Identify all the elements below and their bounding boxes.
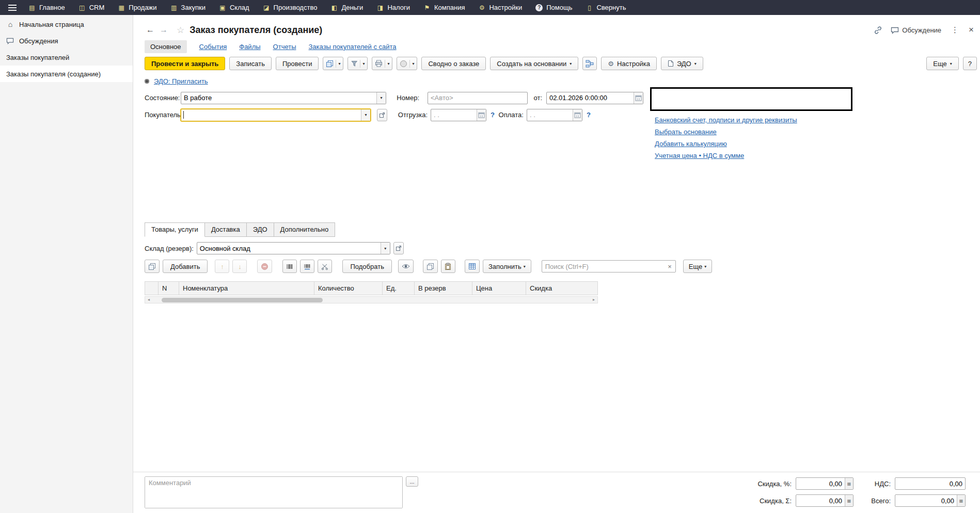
tab-main[interactable]: Основное bbox=[145, 40, 187, 53]
warehouse-input[interactable] bbox=[197, 245, 381, 252]
menu-item-company[interactable]: ⚑Компания bbox=[417, 0, 472, 15]
state-combobox[interactable]: ▾ bbox=[181, 92, 386, 104]
tab-edo[interactable]: ЭДО bbox=[246, 222, 274, 237]
discount-percent-input[interactable] bbox=[796, 480, 845, 488]
copy-link-icon[interactable] bbox=[874, 26, 882, 35]
write-button[interactable]: Записать bbox=[229, 57, 272, 70]
number-input[interactable] bbox=[428, 94, 527, 102]
copy-paste-split-button[interactable]: ▾ bbox=[323, 57, 343, 70]
clear-search-icon[interactable]: × bbox=[664, 263, 675, 270]
barcode-input-button[interactable] bbox=[300, 260, 314, 273]
show-hidden-button[interactable] bbox=[398, 260, 414, 273]
more-button[interactable]: Еще ▾ bbox=[926, 57, 958, 70]
edo-button[interactable]: ЭДО ▾ bbox=[661, 57, 703, 70]
date-input[interactable] bbox=[547, 94, 634, 102]
column-reserve[interactable]: В резерв bbox=[415, 282, 472, 295]
discount-percent-field[interactable]: ▦ bbox=[796, 477, 853, 490]
menu-item-main[interactable]: ▤Главное bbox=[22, 0, 72, 15]
menu-item-sales[interactable]: ▦Продажи bbox=[111, 0, 163, 15]
column-discount[interactable]: Скидка bbox=[526, 282, 598, 295]
discussion-button[interactable]: Обсуждение bbox=[891, 26, 941, 34]
buyer-combobox[interactable]: ▾ bbox=[181, 109, 371, 121]
payment-date-field[interactable] bbox=[527, 109, 582, 121]
menu-item-production[interactable]: ◪Производство bbox=[256, 0, 324, 15]
settings-button[interactable]: ⚙ Настройка bbox=[601, 57, 657, 70]
scrollbar-track[interactable] bbox=[152, 297, 590, 303]
table-more-button[interactable]: Еще ▾ bbox=[683, 260, 712, 273]
discount-sum-calc-button[interactable]: ▦ bbox=[845, 495, 853, 506]
menu-item-money[interactable]: ◧Деньги bbox=[324, 0, 370, 15]
paste-rows-button[interactable] bbox=[441, 260, 455, 273]
menu-item-settings[interactable]: ⚙Настройки bbox=[471, 0, 529, 15]
column-quantity[interactable]: Количество bbox=[314, 282, 383, 295]
payment-help-link[interactable]: ? bbox=[587, 111, 591, 119]
column-select[interactable] bbox=[145, 282, 159, 295]
order-summary-button[interactable]: Сводно о заказе bbox=[421, 57, 486, 70]
related-documents-button[interactable] bbox=[582, 57, 597, 70]
total-field[interactable]: ▦ bbox=[895, 494, 966, 507]
date-calendar-button[interactable] bbox=[634, 92, 643, 104]
number-field[interactable] bbox=[428, 92, 528, 104]
hamburger-icon[interactable] bbox=[3, 0, 22, 15]
shipment-help-link[interactable]: ? bbox=[491, 111, 495, 119]
menu-item-collapse[interactable]: ▯Свернуть bbox=[579, 0, 633, 15]
comment-expand-button[interactable]: ... bbox=[406, 476, 418, 487]
menu-item-help[interactable]: ?Помощь bbox=[529, 0, 579, 15]
sidebar-item-home[interactable]: ⌂ Начальная страница bbox=[0, 16, 133, 33]
payment-date-input[interactable] bbox=[527, 111, 573, 119]
vat-field[interactable] bbox=[895, 477, 966, 490]
choose-basis-link[interactable]: Выбрать основание bbox=[655, 128, 717, 136]
column-nomenclature[interactable]: Номенклатура bbox=[179, 282, 314, 295]
menu-item-crm[interactable]: ◫CRM bbox=[72, 0, 112, 15]
favorite-star-icon[interactable]: ☆ bbox=[177, 25, 184, 36]
warehouse-dropdown-button[interactable]: ▾ bbox=[381, 243, 390, 254]
column-unit[interactable]: Ед. bbox=[383, 282, 415, 295]
add-row-button[interactable]: Добавить bbox=[163, 260, 208, 273]
fill-button[interactable]: Заполнить ▾ bbox=[483, 260, 531, 273]
tab-files[interactable]: Файлы bbox=[239, 43, 260, 51]
vat-input[interactable] bbox=[895, 480, 965, 488]
discount-sum-input[interactable] bbox=[796, 497, 845, 505]
print-split-button[interactable]: ▾ bbox=[372, 57, 392, 70]
split-row-button[interactable] bbox=[318, 260, 332, 273]
add-calculation-link[interactable]: Добавить калькуляцию bbox=[655, 140, 727, 148]
price-type-link[interactable]: Учетная цена • НДС в сумме bbox=[655, 152, 744, 159]
forward-button[interactable]: → bbox=[157, 25, 170, 35]
scroll-right-icon[interactable]: ▸ bbox=[590, 297, 597, 303]
sidebar-item-customer-order-creation[interactable]: Заказы покупателя (создание) bbox=[0, 66, 133, 82]
tab-events[interactable]: События bbox=[199, 43, 227, 51]
barcode-scan-button[interactable] bbox=[282, 260, 297, 273]
pick-items-button[interactable]: Подобрать bbox=[342, 260, 391, 273]
menu-item-purchases[interactable]: ▥Закупки bbox=[164, 0, 212, 15]
discount-percent-calc-button[interactable]: ▦ bbox=[845, 478, 853, 489]
discount-sum-field[interactable]: ▦ bbox=[796, 494, 853, 507]
warehouse-open-button[interactable] bbox=[393, 242, 404, 254]
post-and-close-button[interactable]: Провести и закрыть bbox=[145, 57, 225, 70]
scrollbar-thumb[interactable] bbox=[162, 298, 323, 302]
bank-account-link[interactable]: Банковский счет, подписи и другие реквиз… bbox=[655, 116, 797, 124]
column-price[interactable]: Цена bbox=[472, 282, 526, 295]
move-up-button[interactable]: ↑ bbox=[215, 260, 229, 273]
menu-item-warehouse[interactable]: ▣Склад bbox=[212, 0, 256, 15]
payment-calendar-button[interactable] bbox=[573, 109, 582, 121]
send-split-button[interactable]: ▾ bbox=[397, 57, 417, 70]
warehouse-combobox[interactable]: ▾ bbox=[197, 242, 390, 254]
tab-delivery[interactable]: Доставка bbox=[204, 222, 247, 237]
duplicate-rows-button[interactable] bbox=[145, 260, 160, 273]
more-menu-icon[interactable]: ⋮ bbox=[950, 25, 960, 35]
shipment-date-field[interactable] bbox=[431, 109, 486, 121]
tab-site-orders[interactable]: Заказы покупателей с сайта bbox=[309, 43, 397, 51]
tab-reports[interactable]: Отчеты bbox=[273, 43, 296, 51]
shipment-date-input[interactable] bbox=[431, 111, 477, 119]
scroll-left-icon[interactable]: ◂ bbox=[145, 297, 152, 303]
post-button[interactable]: Провести bbox=[276, 57, 319, 70]
buyer-dropdown-button[interactable]: ▾ bbox=[361, 109, 370, 121]
copy-rows-button[interactable] bbox=[423, 260, 438, 273]
tab-additional[interactable]: Дополнительно bbox=[274, 222, 336, 237]
create-based-on-button[interactable]: Создать на основании ▾ bbox=[490, 57, 578, 70]
tab-goods-services[interactable]: Товары, услуги bbox=[145, 222, 205, 237]
comment-input[interactable] bbox=[145, 477, 402, 508]
table-search-field[interactable]: × bbox=[542, 260, 676, 272]
table-search-input[interactable] bbox=[542, 263, 664, 270]
date-field[interactable] bbox=[546, 92, 643, 104]
